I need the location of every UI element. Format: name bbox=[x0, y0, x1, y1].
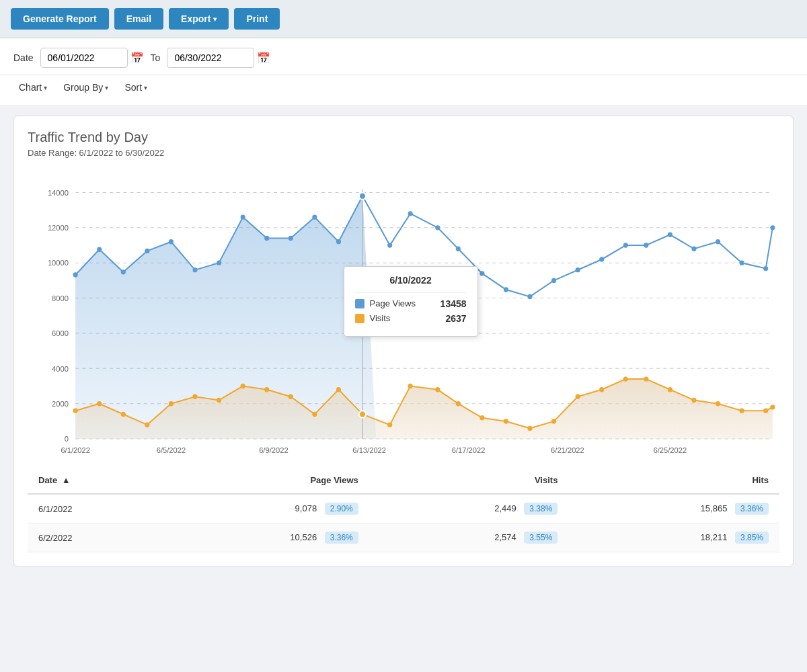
svg-point-53 bbox=[691, 247, 696, 251]
pv-badge: 2.90% bbox=[325, 503, 358, 515]
controls-bar: Chart ▾ Group By ▾ Sort ▾ bbox=[0, 75, 807, 105]
table-header-row: Date ▲ Page Views Visits Hits bbox=[28, 467, 779, 494]
svg-point-69 bbox=[336, 387, 341, 392]
svg-point-67 bbox=[289, 394, 293, 399]
sort-chevron-icon: ▾ bbox=[144, 84, 147, 91]
svg-point-86 bbox=[763, 409, 768, 413]
svg-point-43 bbox=[456, 247, 461, 251]
svg-text:0: 0 bbox=[65, 435, 69, 443]
svg-point-52 bbox=[668, 233, 672, 237]
calendar-from-icon[interactable]: 📅 bbox=[130, 52, 144, 65]
svg-point-46 bbox=[527, 294, 532, 299]
svg-point-77 bbox=[551, 419, 556, 423]
chart-title: Traffic Trend by Day bbox=[28, 130, 779, 145]
print-button[interactable]: Print bbox=[234, 8, 280, 30]
svg-point-78 bbox=[576, 394, 580, 399]
svg-point-68 bbox=[312, 412, 317, 417]
svg-point-28 bbox=[73, 272, 78, 277]
svg-point-45 bbox=[504, 287, 508, 292]
svg-point-66 bbox=[264, 387, 269, 392]
sort-dropdown[interactable]: Sort ▾ bbox=[119, 79, 153, 95]
sort-arrow-icon: ▲ bbox=[62, 475, 71, 485]
svg-text:6/25/2022: 6/25/2022 bbox=[654, 446, 687, 454]
email-button[interactable]: Email bbox=[114, 8, 163, 30]
svg-point-49 bbox=[599, 257, 604, 261]
svg-text:10000: 10000 bbox=[48, 259, 69, 267]
svg-point-39 bbox=[336, 239, 341, 244]
svg-text:12000: 12000 bbox=[48, 224, 69, 232]
svg-point-59 bbox=[97, 401, 102, 406]
svg-point-41 bbox=[408, 211, 413, 216]
cell-hits: 18,211 3.85% bbox=[568, 523, 779, 552]
svg-point-29 bbox=[97, 247, 102, 252]
svg-point-55 bbox=[740, 261, 744, 265]
chart-dropdown[interactable]: Chart ▾ bbox=[13, 79, 52, 95]
svg-point-47 bbox=[551, 278, 556, 283]
svg-point-62 bbox=[169, 401, 174, 406]
svg-point-38 bbox=[312, 214, 317, 219]
cell-date: 6/1/2022 bbox=[28, 494, 158, 523]
svg-point-56 bbox=[763, 266, 768, 271]
svg-point-37 bbox=[289, 236, 293, 241]
svg-point-79 bbox=[599, 387, 604, 392]
svg-point-82 bbox=[668, 387, 672, 392]
svg-point-48 bbox=[576, 267, 580, 272]
table-row: 6/1/2022 9,078 2.90% 2,449 3.38% 15,865 … bbox=[28, 494, 779, 523]
generate-report-button[interactable]: Generate Report bbox=[11, 8, 109, 30]
svg-point-32 bbox=[169, 239, 174, 244]
main-content: Traffic Trend by Day Date Range: 6/1/202… bbox=[0, 105, 807, 591]
date-from-wrap: 📅 bbox=[40, 48, 144, 68]
svg-text:6/13/2022: 6/13/2022 bbox=[352, 446, 386, 454]
col-page-views[interactable]: Page Views bbox=[158, 467, 369, 494]
date-label: Date bbox=[13, 52, 34, 63]
date-to-input[interactable] bbox=[167, 48, 254, 68]
svg-point-83 bbox=[691, 398, 696, 403]
chart-svg: 14000 12000 10000 8000 6000 4000 2000 0 … bbox=[28, 171, 779, 467]
date-from-input[interactable] bbox=[40, 48, 128, 68]
svg-text:14000: 14000 bbox=[48, 188, 69, 196]
export-chevron-icon: ▾ bbox=[213, 15, 217, 23]
svg-text:6/5/2022: 6/5/2022 bbox=[157, 446, 186, 454]
to-label: To bbox=[151, 52, 161, 63]
svg-text:4000: 4000 bbox=[52, 364, 69, 372]
export-button[interactable]: Export ▾ bbox=[169, 8, 229, 30]
calendar-to-icon[interactable]: 📅 bbox=[257, 52, 270, 65]
col-date[interactable]: Date ▲ bbox=[28, 467, 158, 494]
svg-point-65 bbox=[241, 384, 245, 388]
svg-point-71 bbox=[408, 384, 413, 388]
svg-text:2000: 2000 bbox=[52, 400, 69, 408]
svg-point-26 bbox=[359, 192, 366, 199]
data-table: Date ▲ Page Views Visits Hits 6/1/2022 bbox=[28, 467, 779, 552]
svg-point-34 bbox=[217, 261, 221, 265]
svg-point-76 bbox=[527, 426, 532, 431]
table-row: 6/2/2022 10,526 3.36% 2,574 3.55% 18,211… bbox=[28, 523, 779, 552]
svg-point-63 bbox=[192, 394, 197, 399]
svg-point-58 bbox=[73, 409, 78, 413]
svg-point-27 bbox=[359, 411, 366, 417]
svg-point-81 bbox=[644, 376, 648, 381]
h-badge: 3.36% bbox=[735, 503, 769, 515]
svg-point-42 bbox=[435, 225, 440, 230]
svg-point-33 bbox=[192, 267, 197, 272]
svg-point-72 bbox=[435, 387, 440, 392]
col-visits[interactable]: Visits bbox=[369, 467, 569, 494]
group-by-chevron-icon: ▾ bbox=[105, 84, 108, 91]
cell-page-views: 10,526 3.36% bbox=[158, 523, 369, 552]
chart-container: 14000 12000 10000 8000 6000 4000 2000 0 … bbox=[28, 171, 779, 467]
svg-point-57 bbox=[770, 225, 775, 230]
cell-hits: 15,865 3.36% bbox=[568, 494, 779, 523]
svg-point-74 bbox=[479, 415, 484, 420]
svg-point-31 bbox=[145, 249, 149, 253]
h-badge: 3.85% bbox=[735, 532, 769, 544]
svg-point-73 bbox=[456, 401, 461, 406]
svg-point-44 bbox=[479, 271, 484, 276]
svg-point-61 bbox=[145, 422, 149, 427]
svg-point-85 bbox=[740, 409, 744, 413]
svg-point-54 bbox=[716, 239, 720, 244]
svg-point-75 bbox=[504, 419, 508, 423]
cell-visits: 2,574 3.55% bbox=[369, 523, 569, 552]
svg-point-30 bbox=[121, 269, 126, 274]
group-by-dropdown[interactable]: Group By ▾ bbox=[58, 79, 114, 95]
svg-text:6/21/2022: 6/21/2022 bbox=[551, 446, 584, 454]
col-hits[interactable]: Hits bbox=[568, 467, 779, 494]
